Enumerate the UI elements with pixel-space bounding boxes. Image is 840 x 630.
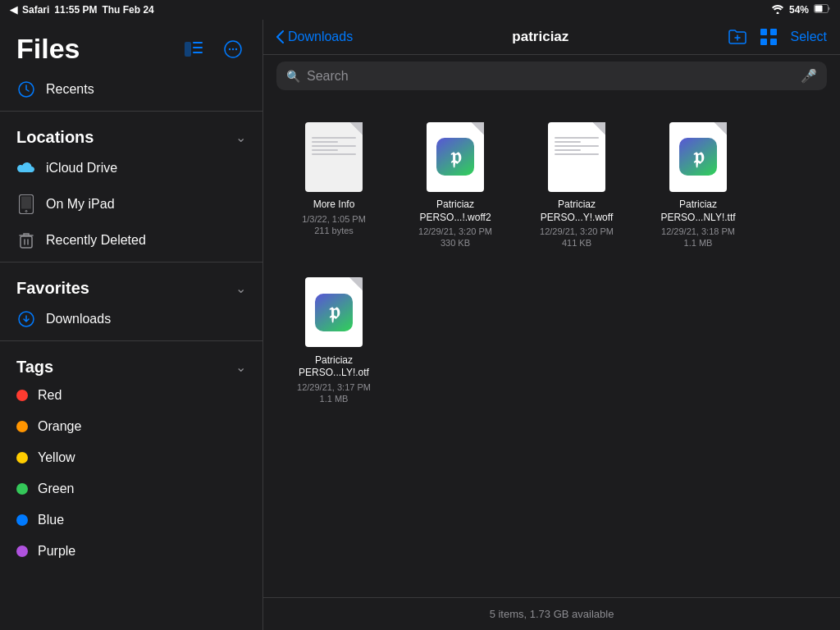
blue-dot (16, 514, 28, 526)
sidebar-item-blue[interactable]: Blue (0, 504, 262, 536)
sidebar-header: Files (0, 20, 262, 71)
favorites-section-header: Favorites ⌄ (0, 266, 262, 301)
tags-section-header: Tags ⌄ (0, 345, 262, 380)
toolbar-title: patriciaz (363, 29, 718, 45)
search-bar[interactable]: 🔍 🎤 (276, 62, 827, 90)
locations-chevron-icon[interactable]: ⌄ (235, 130, 246, 145)
purple-dot (16, 546, 28, 557)
select-button[interactable]: Select (791, 30, 827, 44)
more-options-button[interactable] (220, 36, 246, 62)
divider-2 (0, 262, 262, 262)
sidebar-downloads-label: Downloads (46, 312, 111, 326)
file-item-woff[interactable]: Patriciaz PERSO...Y!.woff 12/29/21, 3:20… (519, 110, 634, 259)
sidebar-item-recents[interactable]: Recents (0, 71, 262, 107)
tag-orange-label: Orange (38, 419, 81, 434)
new-folder-button[interactable] (728, 28, 746, 46)
locations-section-header: Locations ⌄ (0, 115, 262, 150)
search-input[interactable] (307, 69, 794, 84)
sidebar-icloud-label: iCloud Drive (46, 161, 117, 176)
status-left: ◀ Safari 11:55 PM Thu Feb 24 (10, 4, 154, 16)
icloud-icon (16, 158, 36, 178)
file-meta-woff: 12/29/21, 3:20 PM 411 KB (540, 226, 614, 249)
svg-rect-17 (760, 29, 767, 35)
grid-view-button[interactable] (760, 28, 778, 46)
file-meta-ttf: 12/29/21, 3:18 PM 1.1 MB (661, 226, 735, 249)
file-icon-more-info (301, 120, 367, 194)
svg-point-8 (229, 48, 231, 49)
sidebar-recently-deleted-label: Recently Deleted (46, 233, 146, 248)
toolbar: Downloads patriciaz (263, 20, 840, 55)
tag-green-label: Green (38, 482, 74, 496)
yellow-dot (16, 452, 28, 463)
svg-rect-4 (193, 42, 203, 43)
sidebar-item-downloads[interactable]: Downloads (0, 301, 262, 337)
file-item-more-info[interactable]: More Info 1/3/22, 1:05 PM 211 bytes (276, 110, 391, 259)
file-name-ttf: Patriciaz PERSO...NLY!.ttf (647, 199, 749, 224)
sidebar-item-yellow[interactable]: Yellow (0, 442, 262, 473)
red-dot (16, 390, 28, 401)
svg-rect-14 (21, 197, 31, 209)
sidebar: Files (0, 20, 262, 630)
svg-rect-3 (185, 42, 191, 57)
signal-icon: ◀ (10, 4, 17, 16)
file-name-woff2: Patriciaz PERSO...!.woff2 (404, 199, 506, 224)
sidebar-toggle-button[interactable] (180, 36, 207, 62)
app-name: Safari (22, 4, 49, 16)
tag-red-label: Red (38, 388, 62, 403)
file-meta-more-info: 1/3/22, 1:05 PM 211 bytes (302, 213, 366, 237)
favorites-title: Favorites (16, 279, 89, 298)
tags-chevron-icon[interactable]: ⌄ (235, 359, 246, 375)
svg-rect-19 (760, 39, 767, 45)
sidebar-item-orange[interactable]: Orange (0, 411, 262, 442)
file-name-woff: Patriciaz PERSO...Y!.woff (526, 199, 628, 224)
svg-point-0 (776, 11, 778, 14)
file-item-woff2[interactable]: 𝔭 Patriciaz PERSO...!.woff2 12/29/21, 3:… (398, 110, 513, 259)
file-icon-woff2: 𝔭 (422, 120, 488, 194)
svg-point-9 (232, 48, 234, 49)
divider-3 (0, 340, 262, 341)
sidebar-recents-label: Recents (46, 82, 94, 97)
select-label: Select (791, 30, 827, 44)
file-icon-woff (544, 120, 609, 194)
svg-point-10 (235, 48, 237, 49)
svg-rect-18 (770, 29, 777, 35)
download-icon (16, 309, 36, 329)
locations-title: Locations (16, 128, 94, 147)
back-button[interactable]: Downloads (276, 30, 353, 44)
tag-blue-label: Blue (38, 513, 64, 527)
svg-point-13 (25, 211, 27, 212)
status-right: 54% (771, 4, 830, 16)
file-icon-ttf: 𝔭 (665, 120, 731, 194)
sidebar-item-icloud-drive[interactable]: iCloud Drive (0, 150, 262, 186)
favorites-chevron-icon[interactable]: ⌄ (235, 281, 246, 296)
sidebar-item-on-my-ipad[interactable]: On My iPad (0, 186, 262, 222)
sidebar-item-purple[interactable]: Purple (0, 536, 262, 567)
file-item-ttf[interactable]: 𝔭 Patriciaz PERSO...NLY!.ttf 12/29/21, 3… (641, 110, 756, 259)
battery-level: 54% (789, 4, 809, 16)
sidebar-item-green[interactable]: Green (0, 473, 262, 504)
content-footer: 5 items, 1.73 GB available (263, 597, 840, 630)
sidebar-item-recently-deleted[interactable]: Recently Deleted (0, 222, 262, 258)
file-meta-otf: 12/29/21, 3:17 PM 1.1 MB (297, 381, 371, 405)
sidebar-title: Files (16, 33, 80, 65)
tag-yellow-label: Yellow (38, 450, 75, 465)
sidebar-item-red[interactable]: Red (0, 380, 262, 411)
green-dot (16, 483, 28, 495)
mic-icon[interactable]: 🎤 (801, 68, 817, 84)
clock-icon (16, 80, 36, 99)
footer-label: 5 items, 1.73 GB available (490, 608, 614, 620)
trash-icon (16, 231, 36, 250)
divider-1 (0, 111, 262, 112)
file-item-otf[interactable]: 𝔭 Patriciaz PERSO...LY!.otf 12/29/21, 3:… (276, 266, 391, 415)
search-icon: 🔍 (286, 70, 300, 83)
tags-title: Tags (16, 358, 53, 377)
svg-rect-2 (815, 6, 823, 12)
app-body: Files (0, 20, 840, 630)
main-content: Downloads patriciaz (262, 20, 840, 630)
status-date: Thu Feb 24 (102, 4, 153, 16)
sidebar-ipad-label: On My iPad (46, 197, 115, 212)
sidebar-header-icons (180, 36, 246, 62)
svg-rect-15 (21, 236, 32, 248)
back-label: Downloads (288, 30, 353, 44)
svg-rect-5 (193, 47, 203, 48)
